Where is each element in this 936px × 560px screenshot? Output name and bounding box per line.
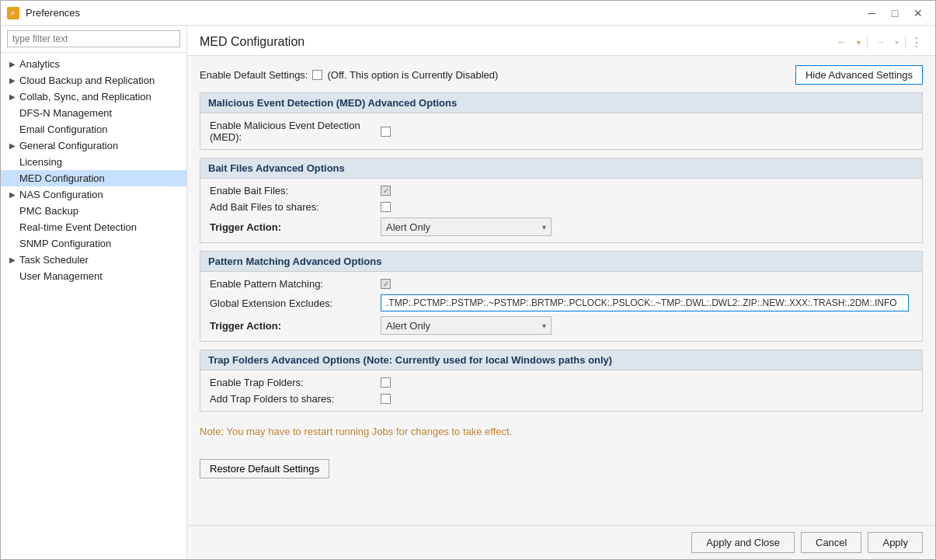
expand-arrow: ▶ [7,75,18,86]
dropdown-arrow-icon: ▾ [542,223,546,231]
bait-trigger-row: Trigger Action: Alert Only ▾ [210,217,913,236]
pattern-matching-title: Pattern Matching Advanced Options [200,252,922,272]
add-trap-checkbox[interactable] [381,394,391,404]
hide-advanced-button[interactable]: Hide Advanced Settings [795,65,923,85]
med-advanced-section: Malicious Event Detection (MED) Advanced… [200,92,923,150]
sidebar-item-nas[interactable]: ▶ NAS Configuration [1,186,186,203]
enable-med-label: Enable Malicious Event Detection (MED): [210,120,381,143]
cancel-button[interactable]: Cancel [801,532,861,553]
add-bait-row: Add Bait Files to shares: [210,201,913,213]
bait-trigger-select[interactable]: Alert Only ▾ [381,217,552,236]
sidebar-item-cloud-backup[interactable]: ▶ Cloud Backup and Replication [1,72,186,89]
svg-text:P: P [11,10,15,17]
window-controls: ─ □ ✕ [861,5,929,22]
content-body: Enable Default Settings: (Off. This opti… [187,56,935,525]
sidebar-item-general[interactable]: ▶ General Configuration [1,137,186,154]
pm-trigger-select[interactable]: Alert Only ▾ [381,316,552,335]
maximize-button[interactable]: □ [884,5,906,22]
restore-defaults-button[interactable]: Restore Default Settings [200,459,329,478]
more-options-icon[interactable]: ⋮ [910,35,923,50]
titlebar: P Preferences ─ □ ✕ [1,1,935,26]
apply-button[interactable]: Apply [868,532,923,553]
nav-separator [867,35,868,49]
window-title: Preferences [26,7,854,19]
pm-trigger-label: Trigger Action: [210,320,381,332]
bait-files-body: Enable Bait Files: Add Bait Files to sha… [200,179,922,242]
forward-button[interactable]: → [871,33,889,50]
bait-files-title: Bait Files Advanced Options [200,158,922,179]
sidebar-item-licensing[interactable]: ▶ Licensing [1,154,186,170]
close-button[interactable]: ✕ [907,5,929,22]
pattern-matching-body: Enable Pattern Matching: Global Extensio… [200,272,922,341]
footer: Apply and Close Cancel Apply [187,525,935,559]
back-menu-button[interactable]: ▾ [853,33,864,50]
expand-arrow: ▶ [7,92,18,103]
enable-default-status: (Off. This option is Currently Disabled) [327,69,498,81]
bait-files-section: Bait Files Advanced Options Enable Bait … [200,158,923,243]
pm-trigger-row: Trigger Action: Alert Only ▾ [210,316,913,335]
dropdown-arrow-icon2: ▾ [542,322,546,330]
sidebar-item-user-management[interactable]: ▶ User Management [1,268,186,284]
enable-pm-label: Enable Pattern Matching: [210,278,381,290]
sidebar-item-email[interactable]: ▶ Email Configuration [1,121,186,137]
enable-bait-checkbox[interactable] [381,186,391,196]
sidebar-item-task[interactable]: ▶ Task Scheduler [1,252,186,268]
med-advanced-body: Enable Malicious Event Detection (MED): [200,113,922,149]
app-icon: P [7,7,19,19]
filter-input[interactable] [7,30,180,47]
minimize-button[interactable]: ─ [861,5,882,22]
expand-arrow: ▶ [7,255,18,266]
bait-trigger-label: Trigger Action: [210,221,381,233]
expand-arrow: ▶ [7,141,18,151]
enable-default-checkbox[interactable] [312,70,322,80]
nav-separator2 [905,35,906,49]
enable-trap-row: Enable Trap Folders: [210,377,913,388]
page-title: MED Configuration [200,35,304,49]
enable-med-checkbox[interactable] [381,127,391,137]
enable-trap-label: Enable Trap Folders: [210,377,381,388]
enable-pm-checkbox[interactable] [381,279,391,289]
enable-bait-row: Enable Bait Files: [210,185,913,197]
global-ext-value: .TMP:.PCTMP:.PSTMP:.~PSTMP:.BRTMP:.PCLOC… [386,297,897,308]
expand-arrow: ▶ [7,59,18,70]
trap-folders-section: Trap Folders Advanced Options (Note: Cur… [200,350,923,412]
pm-trigger-value: Alert Only [386,320,430,332]
forward-menu-button[interactable]: ▾ [891,33,902,50]
add-trap-label: Add Trap Folders to shares: [210,393,381,405]
sidebar-item-med[interactable]: ▶ MED Configuration [1,170,186,186]
enable-default-label: Enable Default Settings: [200,69,308,81]
enable-default-row: Enable Default Settings: (Off. This opti… [200,69,498,81]
global-ext-label: Global Extension Excludes: [210,297,381,309]
sidebar-item-realtime[interactable]: ▶ Real-time Event Detection [1,219,186,235]
add-bait-label: Add Bait Files to shares: [210,201,381,213]
trap-folders-title: Trap Folders Advanced Options (Note: Cur… [200,350,922,370]
sidebar-item-collab[interactable]: ▶ Collab, Sync, and Replication [1,89,186,105]
top-bar: Enable Default Settings: (Off. This opti… [200,65,923,85]
add-trap-row: Add Trap Folders to shares: [210,393,913,405]
bait-trigger-value: Alert Only [386,221,430,233]
sidebar-filter-area [1,26,186,53]
main-layout: ▶ Analytics ▶ Cloud Backup and Replicati… [1,26,935,559]
expand-arrow: ▶ [7,190,18,200]
back-button[interactable]: ← [833,33,851,50]
sidebar-item-pmc[interactable]: ▶ PMC Backup [1,203,186,219]
enable-pm-row: Enable Pattern Matching: [210,278,913,290]
trap-folders-body: Enable Trap Folders: Add Trap Folders to… [200,370,922,411]
restart-note: Note: You may have to restart running Jo… [200,419,923,443]
med-advanced-title: Malicious Event Detection (MED) Advanced… [200,93,922,113]
add-bait-checkbox[interactable] [381,202,391,212]
enable-trap-checkbox[interactable] [381,377,391,388]
enable-bait-label: Enable Bait Files: [210,185,381,197]
sidebar-item-dfs[interactable]: ▶ DFS-N Management [1,105,186,121]
sidebar-item-analytics[interactable]: ▶ Analytics [1,56,186,72]
content-area: MED Configuration ← ▾ → ▾ ⋮ Enable Defau… [187,26,935,559]
apply-close-button[interactable]: Apply and Close [691,532,795,553]
sidebar-item-snmp[interactable]: ▶ SNMP Configuration [1,235,186,252]
sidebar-tree: ▶ Analytics ▶ Cloud Backup and Replicati… [1,53,186,559]
pattern-matching-section: Pattern Matching Advanced Options Enable… [200,251,923,342]
global-ext-row: Global Extension Excludes: .TMP:.PCTMP:.… [210,294,913,311]
navigation-buttons: ← ▾ → ▾ ⋮ [833,33,923,50]
enable-med-row: Enable Malicious Event Detection (MED): [210,120,913,143]
sidebar: ▶ Analytics ▶ Cloud Backup and Replicati… [1,26,187,559]
global-ext-input[interactable]: .TMP:.PCTMP:.PSTMP:.~PSTMP:.BRTMP:.PCLOC… [381,294,909,311]
